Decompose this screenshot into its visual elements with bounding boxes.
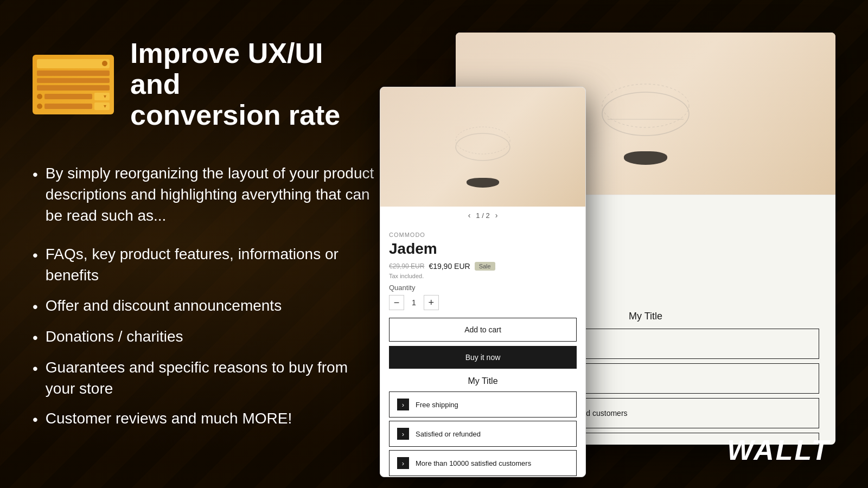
- mobile-quantity-value: 1: [412, 298, 416, 307]
- pagination-left-arrow-icon[interactable]: ‹: [468, 211, 471, 220]
- mobile-pagination: ‹ 1 / 2 ›: [380, 207, 585, 224]
- right-panel: COMMODO Jadem €29,90 EUR €19,90 EUR Sale…: [380, 33, 835, 477]
- left-panel: ▾ ▾ Improve UX/UI and conversion rate •: [33, 33, 380, 434]
- header-row: ▾ ▾ Improve UX/UI and conversion rate: [33, 38, 380, 131]
- bullet-text: FAQs, key product features, informations…: [46, 243, 380, 286]
- bullet-list: • By simply reorganizing the layout of y…: [33, 158, 380, 435]
- icon-select: ▾: [94, 93, 110, 100]
- mobile-quantity-decrease-button[interactable]: −: [389, 295, 404, 310]
- mobile-add-to-cart-button[interactable]: Add to cart: [389, 318, 577, 342]
- svg-text:WALLT: WALLT: [727, 434, 831, 465]
- chevron-right-icon: ›: [397, 457, 409, 469]
- bullet-dot: •: [33, 358, 38, 399]
- mobile-screenshot: ‹ 1 / 2 › COMMODO Jadem €29,90 EUR €19,9…: [380, 87, 586, 477]
- bullet-dot: •: [33, 327, 38, 348]
- mobile-sale-badge: Sale: [475, 262, 495, 271]
- mobile-quantity-label: Quantity: [389, 284, 577, 292]
- icon-row: ▾: [37, 93, 110, 100]
- accordion-label: Free shipping: [416, 401, 458, 409]
- mobile-buy-now-button[interactable]: Buy it now: [389, 346, 577, 369]
- chevron-right-icon: ›: [397, 428, 409, 440]
- pagination-right-arrow-icon[interactable]: ›: [495, 211, 498, 220]
- bullet-text: By simply reorganizing the layout of you…: [46, 163, 380, 227]
- mobile-accordion-item-3[interactable]: › More than 10000 satisfied customers: [389, 450, 577, 476]
- mobile-product-sketch-icon: [450, 114, 515, 179]
- mobile-accordion-item-1[interactable]: › Free shipping: [389, 391, 577, 418]
- icon-dot-row: [37, 104, 42, 109]
- mobile-price-old: €29,90 EUR: [389, 262, 424, 270]
- wallt-logo-container: WALLT: [727, 433, 835, 472]
- list-item: • Donations / charities: [33, 322, 380, 352]
- list-item: • Offer and discount announcements: [33, 291, 380, 322]
- bullet-text: Donations / charities: [46, 326, 380, 348]
- svg-point-3: [456, 133, 510, 160]
- main-title: Improve UX/UI and conversion rate: [130, 38, 380, 131]
- mobile-quantity-row: − 1 +: [389, 295, 577, 310]
- mobile-accordion-item-2[interactable]: › Satisfied or refunded: [389, 421, 577, 447]
- icon-dot: [102, 61, 107, 66]
- icon-row: ▾: [37, 102, 110, 110]
- mobile-brand-label: COMMODO: [389, 232, 577, 238]
- icon-line: [37, 70, 110, 76]
- chevron-right-icon: ›: [397, 399, 409, 410]
- pagination-counter: 1 / 2: [476, 211, 489, 220]
- accordion-label: Satisfied or refunded: [416, 430, 481, 438]
- svg-point-0: [602, 92, 689, 136]
- mobile-product-bowl: [467, 178, 499, 188]
- mobile-price-row: €29,90 EUR €19,90 EUR Sale: [389, 262, 577, 271]
- select-arrow-icon: ▾: [104, 93, 106, 99]
- mobile-accordion-title: My Title: [389, 376, 577, 386]
- bullet-text: Offer and discount announcements: [46, 295, 380, 317]
- mobile-quantity-increase-button[interactable]: +: [424, 295, 439, 310]
- svg-point-4: [456, 127, 510, 154]
- select-arrow-icon: ▾: [104, 103, 106, 109]
- icon-line-short: [44, 104, 92, 109]
- icon-dot-row: [37, 94, 42, 99]
- bullet-text: Customer reviews and much MORE!: [46, 408, 380, 430]
- bullet-dot: •: [33, 409, 38, 430]
- icon-line: [37, 85, 110, 91]
- bullet-dot: •: [33, 296, 38, 317]
- list-item: • Guarantees and specific reasons to buy…: [33, 352, 380, 403]
- icon-line-short: [44, 94, 92, 99]
- mobile-price-new: €19,90 EUR: [429, 262, 470, 271]
- svg-point-1: [602, 84, 689, 127]
- bullet-dot: •: [33, 245, 38, 286]
- bullet-text: Guarantees and specific reasons to buy f…: [46, 357, 380, 399]
- list-item: • FAQs, key product features, informatio…: [33, 239, 380, 290]
- mobile-product-name: Jadem: [389, 240, 577, 258]
- mobile-tax-label: Tax included.: [389, 273, 577, 279]
- list-item: • Customer reviews and much MORE!: [33, 403, 380, 434]
- list-item: • By simply reorganizing the layout of y…: [33, 158, 380, 231]
- wallt-logo: WALLT: [727, 433, 835, 472]
- mobile-product-image: [380, 87, 585, 207]
- mobile-product-info: COMMODO Jadem €29,90 EUR €19,90 EUR Sale…: [380, 224, 585, 477]
- icon-select: ▾: [94, 102, 110, 110]
- accordion-label: More than 10000 satisfied customers: [416, 459, 531, 467]
- wallt-logo-svg: WALLT: [727, 433, 835, 465]
- bullet-dot: •: [33, 164, 38, 227]
- ui-mockup-icon: ▾ ▾: [33, 55, 114, 114]
- product-bowl: [624, 151, 667, 165]
- icon-line: [37, 78, 110, 84]
